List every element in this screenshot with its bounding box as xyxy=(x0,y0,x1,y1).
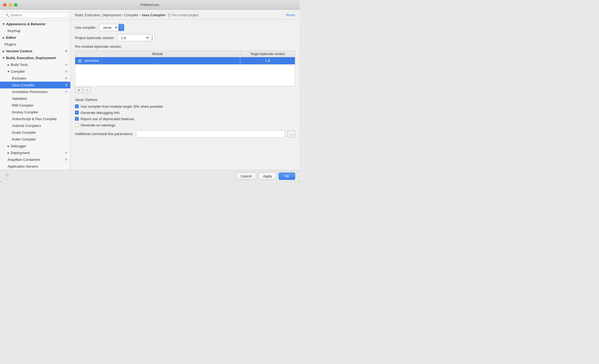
sidebar-item-build-tools[interactable]: ▶ Build Tools ⚙ xyxy=(0,61,70,68)
cmd-params-input[interactable] xyxy=(136,130,285,138)
search-icon: 🔍 xyxy=(5,13,9,17)
breadcrumb: Build, Execution, Deployment › Compiler … xyxy=(75,13,166,17)
table-row[interactable]: stormtest 1.8 xyxy=(75,57,295,65)
for-current-project: For current project xyxy=(168,13,199,17)
sidebar-item-plugins[interactable]: Plugins xyxy=(0,41,70,48)
module-cell: stormtest xyxy=(75,57,240,65)
breadcrumb-part2: Compiler xyxy=(124,13,138,17)
ok-button[interactable]: OK xyxy=(279,173,295,180)
expand-icon: ▶ xyxy=(8,145,10,148)
panel-body: Use compiler: Javac ⌄ Project bytecode v… xyxy=(71,20,300,170)
sidebar-item-android-compilers[interactable]: Android Compilers xyxy=(0,122,70,129)
help-button[interactable]: ? xyxy=(4,173,10,179)
breadcrumb-current: Java Compiler xyxy=(141,13,166,17)
sidebar-item-label: Annotation Processors xyxy=(12,90,48,94)
sidebar: 🔍 ▶ Appearance & Behavior Keymap ▶ Edito… xyxy=(0,10,71,170)
sidebar-item-build-execution-deployment[interactable]: ▶ Build, Execution, Deployment xyxy=(0,55,70,61)
settings-icon: ⚙ xyxy=(65,49,68,53)
search-input[interactable] xyxy=(11,13,65,17)
expand-icon: ▶ xyxy=(3,36,5,39)
checkbox-label-generate-no-warnings: Generate no warnings xyxy=(81,123,115,127)
table-toolbar: + − xyxy=(75,87,295,93)
per-module-label: Per-module bytecode version: xyxy=(75,44,295,49)
minimize-button[interactable] xyxy=(9,3,12,7)
settings-icon: ⚙ xyxy=(65,158,68,161)
cancel-button[interactable]: Cancel xyxy=(236,173,256,180)
window-title: Preferences xyxy=(140,3,159,7)
version-arrows[interactable]: ▲ ▼ xyxy=(150,34,155,41)
sidebar-item-label: Validation xyxy=(12,97,27,101)
compiler-select[interactable]: Javac xyxy=(99,24,119,31)
sidebar-item-debugger[interactable]: ▶ Debugger xyxy=(0,143,70,149)
sidebar-item-label: Compiler xyxy=(11,69,25,74)
sidebar-item-label: Kotlin Compiler xyxy=(12,137,36,141)
search-container: 🔍 xyxy=(0,10,70,21)
sidebar-item-appearance-behavior[interactable]: ▶ Appearance & Behavior xyxy=(0,21,70,27)
cmd-params-row: Additional command line parameters: ... xyxy=(75,130,295,138)
compiler-select-arrows[interactable]: ⌄ xyxy=(119,24,124,31)
remove-module-button[interactable]: − xyxy=(83,87,91,93)
settings-icon: ⚙ xyxy=(65,63,68,66)
preferences-window: Preferences 🔍 ▶ Appearance & Behavior Ke… xyxy=(0,0,300,182)
sidebar-item-actionscript-flex[interactable]: ActionScript & Flex Compiler xyxy=(0,116,70,122)
settings-icon: ⚙ xyxy=(65,76,68,80)
sidebar-item-scala-compiler[interactable]: Scala Compiler xyxy=(0,129,70,136)
panel-header: Build, Execution, Deployment › Compiler … xyxy=(71,10,300,20)
option-row-3: Generate no warnings xyxy=(75,123,295,127)
close-button[interactable] xyxy=(3,3,7,7)
checkbox-use-compiler-jdk[interactable] xyxy=(75,104,79,108)
sidebar-item-version-control[interactable]: ▶ Version Control ⚙ xyxy=(0,48,70,55)
bottom-bar: ? Cancel Apply OK xyxy=(0,170,300,182)
sidebar-item-keymap[interactable]: Keymap xyxy=(0,27,70,34)
sidebar-item-kotlin-compiler[interactable]: Kotlin Compiler xyxy=(0,136,70,143)
col-version: Target bytecode version xyxy=(240,51,295,57)
settings-icon: ⚙ xyxy=(65,83,68,87)
sidebar-item-arquillian-containers[interactable]: Arquillian Containers ⚙ xyxy=(0,156,70,163)
sidebar-item-editor[interactable]: ▶ Editor xyxy=(0,34,70,41)
maximize-button[interactable] xyxy=(14,3,17,7)
reset-button[interactable]: Reset xyxy=(286,13,295,17)
sidebar-item-rmi-compiler[interactable]: RMI Compiler xyxy=(0,102,70,109)
traffic-lights xyxy=(3,3,17,7)
checkbox-generate-debugging[interactable] xyxy=(75,111,79,114)
version-cell: 1.8 xyxy=(240,57,295,65)
sidebar-item-java-compiler[interactable]: Java Compiler ⚙ xyxy=(0,82,70,88)
checkbox-generate-no-warnings[interactable] xyxy=(75,123,79,127)
right-panel: Build, Execution, Deployment › Compiler … xyxy=(71,10,300,170)
sidebar-item-groovy-compiler[interactable]: Groovy Compiler xyxy=(0,109,70,116)
add-module-button[interactable]: + xyxy=(75,87,83,93)
table-empty-row xyxy=(75,64,295,86)
expand-icon: ▶ xyxy=(8,152,10,154)
sidebar-item-label: Build, Execution, Deployment xyxy=(6,56,56,60)
sidebar-item-label: Android Compilers xyxy=(12,124,41,128)
sidebar-item-application-servers[interactable]: Application Servers xyxy=(0,163,70,170)
sidebar-item-label: Debugger xyxy=(11,144,26,148)
sidebar-item-validation[interactable]: Validation xyxy=(0,95,70,102)
expand-icon: ▶ xyxy=(2,23,5,25)
sidebar-item-compiler[interactable]: ▶ Compiler ⚙ xyxy=(0,68,70,75)
option-row-1: Generate debugging info xyxy=(75,111,295,115)
cmd-params-browse-button[interactable]: ... xyxy=(288,130,295,138)
sidebar-item-excludes[interactable]: Excludes ⚙ xyxy=(0,75,70,82)
use-compiler-label: Use compiler: xyxy=(75,25,96,30)
settings-icon: ⚙ xyxy=(65,151,68,155)
sidebar-item-deployment[interactable]: ▶ Deployment ⚙ xyxy=(0,149,70,156)
sidebar-item-annotation-processors[interactable]: Annotation Processors ⚙ xyxy=(0,88,70,95)
empty-cell xyxy=(75,64,295,86)
checkbox-report-deprecated[interactable] xyxy=(75,117,79,121)
up-arrow: ▲ xyxy=(151,35,153,38)
apply-button[interactable]: Apply xyxy=(258,173,277,180)
for-current-project-label: For current project xyxy=(172,13,199,17)
version-select[interactable]: 1.8 xyxy=(117,34,150,41)
expand-icon: ▶ xyxy=(8,63,10,66)
checkbox-label-report-deprecated: Report use of deprecated features xyxy=(81,117,134,121)
module-icon xyxy=(78,59,82,63)
search-wrapper[interactable]: 🔍 xyxy=(3,12,68,18)
cmd-params-label: Additional command line parameters: xyxy=(75,132,133,136)
sidebar-item-label: Application Servers xyxy=(8,164,38,168)
main-content: 🔍 ▶ Appearance & Behavior Keymap ▶ Edito… xyxy=(0,10,300,170)
breadcrumb-separator2: › xyxy=(139,13,141,17)
expand-icon: ▶ xyxy=(3,50,5,53)
version-select-wrapper: 1.8 ▲ ▼ xyxy=(117,34,155,41)
down-arrow: ▼ xyxy=(151,38,153,40)
